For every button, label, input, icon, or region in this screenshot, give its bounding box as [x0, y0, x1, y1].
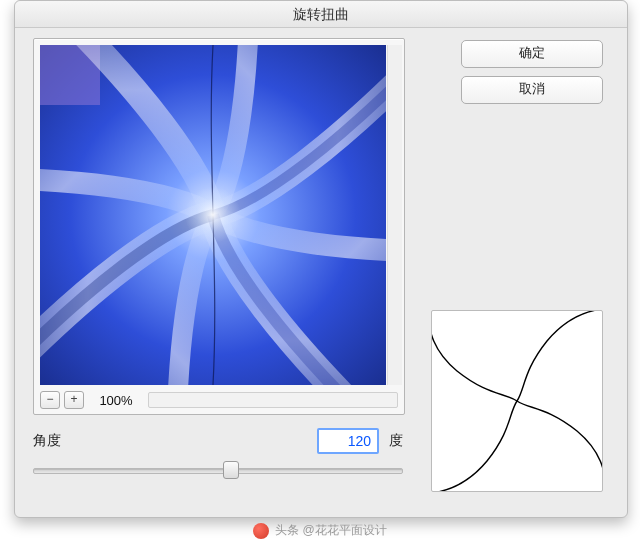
preview-frame: − + 100%	[33, 38, 405, 415]
angle-slider-track	[33, 468, 403, 474]
watermark: 头条 @花花平面设计	[0, 522, 640, 539]
zoom-level: 100%	[88, 393, 144, 408]
angle-row: 角度 度	[33, 428, 403, 454]
dialog-content: − + 100% 角度 度 确定 取消	[15, 28, 627, 518]
angle-slider-thumb[interactable]	[223, 461, 239, 479]
dialog-title: 旋转扭曲	[15, 1, 627, 28]
watermark-text: 头条 @花花平面设计	[275, 522, 387, 539]
svg-point-2	[143, 145, 283, 285]
preview-scrollbar-vertical[interactable]	[387, 45, 402, 385]
angle-unit: 度	[389, 432, 403, 450]
ok-button[interactable]: 确定	[461, 40, 603, 68]
angle-slider[interactable]	[33, 460, 403, 480]
zoom-controls: − + 100%	[40, 390, 398, 410]
twirl-dialog: 旋转扭曲	[14, 0, 628, 518]
zoom-out-button[interactable]: −	[40, 391, 60, 409]
zoom-in-button[interactable]: +	[64, 391, 84, 409]
cancel-button[interactable]: 取消	[461, 76, 603, 104]
toutiao-logo-icon	[253, 523, 269, 539]
zoom-scrollbar-horizontal[interactable]	[148, 392, 398, 408]
preview-canvas[interactable]	[40, 45, 386, 385]
effect-thumbnail	[431, 310, 603, 492]
angle-input[interactable]	[317, 428, 379, 454]
angle-label: 角度	[33, 432, 61, 450]
